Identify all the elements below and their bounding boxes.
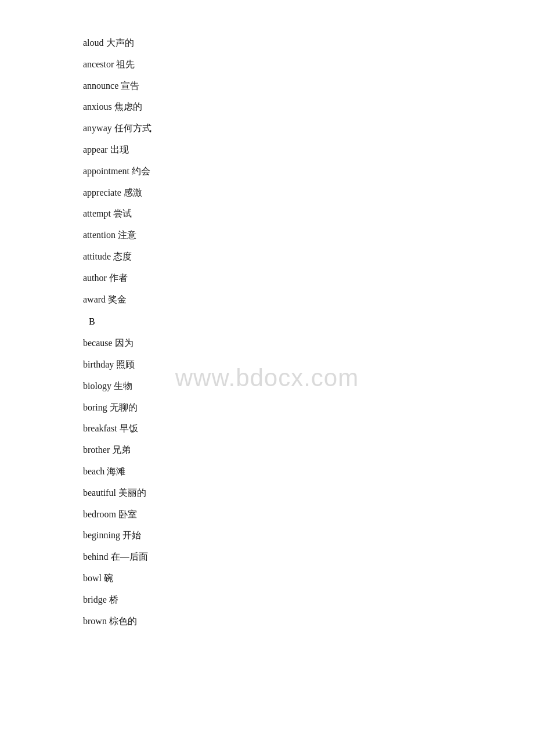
entries-b-section: because 因为birthday 照顾biology 生物boring 无聊… [83, 335, 451, 629]
word-entry-appointment: appointment 约会 [83, 163, 451, 180]
word-entry-aloud: aloud 大声的 [83, 35, 451, 52]
word-entry-appear: appear 出现 [83, 142, 451, 159]
word-entry-award: award 奖金 [83, 291, 451, 308]
word-entry-attempt: attempt 尝试 [83, 206, 451, 222]
word-entry-announce: announce 宣告 [83, 78, 451, 95]
word-entry-bowl: bowl 碗 [83, 570, 451, 587]
word-entry-anxious: anxious 焦虑的 [83, 99, 451, 116]
word-entry-bridge: bridge 桥 [83, 592, 451, 609]
word-entry-breakfast: breakfast 早饭 [83, 420, 451, 437]
word-entry-author: author 作者 [83, 270, 451, 287]
word-entry-brother: brother 兄弟 [83, 442, 451, 459]
page-content: aloud 大声的ancestor 祖先announce 宣告anxious 焦… [0, 0, 534, 669]
entries-a-section: aloud 大声的ancestor 祖先announce 宣告anxious 焦… [83, 35, 451, 308]
word-entry-ancestor: ancestor 祖先 [83, 56, 451, 73]
word-entry-beach: beach 海滩 [83, 463, 451, 480]
word-entry-attitude: attitude 态度 [83, 249, 451, 265]
word-entry-anyway: anyway 任何方式 [83, 120, 451, 137]
word-entry-because: because 因为 [83, 335, 451, 352]
word-entry-birthday: birthday 照顾 [83, 357, 451, 373]
word-entry-brown: brown 棕色的 [83, 613, 451, 630]
word-entry-behind: behind 在—后面 [83, 549, 451, 566]
section-b-header: B [83, 314, 451, 330]
word-entry-attention: attention 注意 [83, 227, 451, 244]
word-entry-beginning: beginning 开始 [83, 527, 451, 544]
word-entry-biology: biology 生物 [83, 378, 451, 395]
word-entry-boring: boring 无聊的 [83, 399, 451, 416]
word-entry-appreciate: appreciate 感激 [83, 185, 451, 201]
word-entry-bedroom: bedroom 卧室 [83, 506, 451, 523]
word-entry-beautiful: beautiful 美丽的 [83, 485, 451, 502]
